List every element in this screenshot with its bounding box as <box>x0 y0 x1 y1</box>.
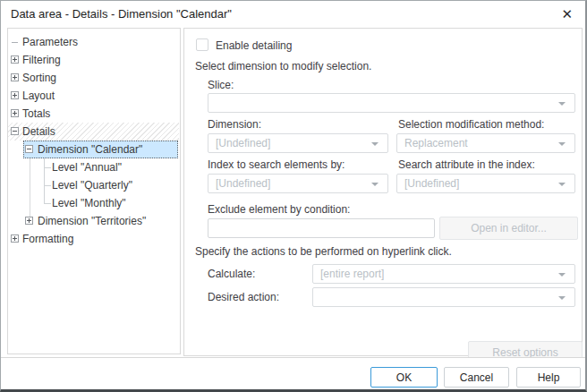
tree-item-label: Level "Monthly" <box>52 194 126 212</box>
ok-button[interactable]: OK <box>370 367 438 388</box>
search-attribute-dropdown[interactable]: [Undefined] <box>396 174 575 193</box>
index-search-value: [Undefined] <box>216 175 270 192</box>
calculate-value: [entire report] <box>320 265 384 283</box>
chevron-down-icon <box>558 183 566 186</box>
tree-item-filtering[interactable]: Filtering <box>8 51 180 69</box>
tree-expand-icon[interactable] <box>11 55 19 64</box>
tree-item-label: Layout <box>22 87 55 105</box>
tree-item-label: Level "Annual" <box>52 158 122 176</box>
search-attribute-value: [Undefined] <box>404 175 459 192</box>
exclude-condition-input[interactable] <box>208 218 435 238</box>
tree-item-sorting[interactable]: Sorting <box>8 69 180 87</box>
search-attribute-label: Search attribute in the index: <box>398 158 535 171</box>
dialog: Data area - Details - Dimension "Calenda… <box>0 0 587 392</box>
tree-item-label: Totals <box>22 105 50 123</box>
calculate-dropdown[interactable]: [entire report] <box>312 264 575 284</box>
tree-item-level-annual[interactable]: Level "Annual" <box>8 158 180 176</box>
tree-item-totals[interactable]: Totals <box>8 105 180 123</box>
tree-collapse-icon[interactable] <box>25 145 33 153</box>
tree-item-formatting[interactable]: Formatting <box>8 230 180 248</box>
tree-collapse-icon[interactable] <box>11 127 19 135</box>
tree-item-details[interactable]: Details <box>8 123 180 141</box>
dimension-dropdown[interactable]: [Undefined] <box>208 133 388 153</box>
tree-item-label: Filtering <box>22 51 61 69</box>
close-icon[interactable]: ✕ <box>561 6 573 22</box>
tree-expand-icon[interactable] <box>11 234 19 243</box>
tree-item-level-quarterly[interactable]: Level "Quarterly" <box>8 176 180 194</box>
open-in-editor-button[interactable]: Open in editor... <box>439 217 578 240</box>
tree-item-label: Dimension "Territories" <box>38 212 146 230</box>
selection-method-label: Selection modification method: <box>398 118 544 131</box>
chevron-down-icon <box>558 273 566 277</box>
section-hyperlink-actions: Specify the actions to be performed on h… <box>195 245 452 258</box>
chevron-down-icon <box>558 102 566 106</box>
dimension-label: Dimension: <box>208 118 261 131</box>
tree-item-label: Dimension "Calendar" <box>38 141 142 158</box>
window-title: Data area - Details - Dimension "Calenda… <box>11 7 232 21</box>
tree-dash-icon <box>12 42 18 43</box>
tree-item-level-monthly[interactable]: Level "Monthly" <box>8 194 180 212</box>
chevron-down-icon <box>371 142 379 146</box>
calculate-label: Calculate: <box>208 268 255 280</box>
tree-item-parameters[interactable]: Parameters <box>8 33 180 51</box>
tree-item-label: Parameters <box>22 33 78 51</box>
chevron-down-icon <box>371 183 379 186</box>
chevron-down-icon <box>558 296 566 300</box>
section-select-dimension: Select dimension to modify selection. <box>195 60 371 72</box>
tree-expand-icon[interactable] <box>11 73 19 81</box>
slice-label: Slice: <box>208 79 234 91</box>
tree-expand-icon[interactable] <box>25 217 33 225</box>
chevron-down-icon <box>558 142 566 146</box>
help-button[interactable]: Help <box>516 367 581 388</box>
selection-method-value: Replacement <box>404 134 468 152</box>
selection-method-dropdown[interactable]: Replacement <box>396 133 575 153</box>
tree-item-layout[interactable]: Layout <box>8 87 180 105</box>
index-search-dropdown[interactable]: [Undefined] <box>208 174 388 193</box>
tree-item-dimension-territories[interactable]: Dimension "Territories" <box>8 212 180 230</box>
tree-item-label: Sorting <box>22 69 56 87</box>
tree-panel: ParametersFilteringSortingLayoutTotalsDe… <box>7 28 181 354</box>
tree-expand-icon[interactable] <box>11 91 19 99</box>
slice-dropdown[interactable] <box>208 93 575 113</box>
dimension-value: [Undefined] <box>216 134 270 152</box>
tree-item-label: Formatting <box>22 230 73 248</box>
desired-action-dropdown[interactable] <box>312 287 575 307</box>
tree-item-label: Level "Quarterly" <box>52 176 132 194</box>
index-search-label: Index to search elements by: <box>208 158 345 171</box>
tree-expand-icon[interactable] <box>11 109 19 117</box>
desired-action-label: Desired action: <box>208 291 279 303</box>
title-bar[interactable]: Data area - Details - Dimension "Calenda… <box>1 1 585 28</box>
exclude-condition-label: Exclude element by condition: <box>208 203 350 216</box>
footer-bar: OK Cancel Help <box>1 357 585 389</box>
cancel-button[interactable]: Cancel <box>444 367 509 388</box>
tree-item-label: Details <box>22 123 55 141</box>
tree-item-dimension-calendar[interactable]: Dimension "Calendar" <box>8 141 180 158</box>
enable-detailing-label: Enable detailing <box>216 39 292 52</box>
enable-detailing-checkbox[interactable] <box>196 38 208 51</box>
